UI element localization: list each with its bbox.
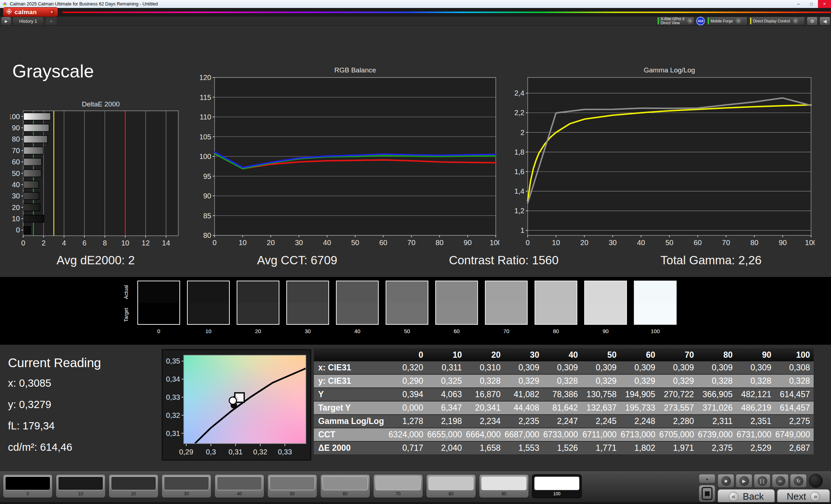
table-cell: 132,637 xyxy=(582,401,620,415)
reading-cdm2: cd/m²: 614,46 xyxy=(8,441,101,453)
svg-text:2,2: 2,2 xyxy=(514,109,524,117)
pattern-level-label: 0 xyxy=(5,491,50,496)
back-label: Back xyxy=(743,491,764,502)
svg-text:30: 30 xyxy=(12,192,20,200)
chevron-down-icon[interactable]: ▼ xyxy=(687,18,693,24)
meter-badge: 410 xyxy=(696,17,705,25)
brand-bar: calman ▼ xyxy=(0,8,831,17)
svg-text:0,33: 0,33 xyxy=(166,393,180,401)
table-cell: 6749,000 xyxy=(775,428,814,441)
svg-text:1,4: 1,4 xyxy=(514,187,524,195)
stop-button[interactable]: ■ xyxy=(718,474,734,488)
table-cell: 2,235 xyxy=(504,415,543,428)
status-led xyxy=(809,474,823,488)
display-control-selector[interactable]: Direct Display Control ▼ xyxy=(749,17,805,25)
grayscale-swatch-60: 60 xyxy=(435,281,478,334)
close-button[interactable]: × xyxy=(818,0,831,8)
swatch-level-label: 50 xyxy=(386,328,428,334)
svg-text:40: 40 xyxy=(12,181,20,189)
table-cell: 2,245 xyxy=(582,415,620,428)
pattern-tile-40[interactable]: 40 xyxy=(215,474,264,498)
table-cell: 0,329 xyxy=(582,374,620,388)
svg-text:10: 10 xyxy=(121,239,129,247)
table-column-header: 0 xyxy=(388,348,427,361)
calman-menu-button[interactable]: calman ▼ xyxy=(3,7,58,17)
pattern-tile-60[interactable]: 60 xyxy=(320,474,370,498)
actual-row-label: Actual xyxy=(122,281,130,303)
table-cell: 4,063 xyxy=(427,388,466,401)
row-label: Target Y xyxy=(314,401,388,415)
menu-caret-icon[interactable]: ▼ xyxy=(49,9,55,15)
table-cell: 1,526 xyxy=(543,441,582,455)
add-tab-button[interactable]: + xyxy=(46,17,57,25)
pattern-tile-80[interactable]: 80 xyxy=(426,474,476,498)
table-cell: 371,026 xyxy=(698,401,736,415)
pattern-tile-20[interactable]: 20 xyxy=(109,474,158,498)
source-selector[interactable]: Mobile Forge ▼ xyxy=(707,17,747,25)
table-row: Target Y0,0006,34720,34144,40881,642132,… xyxy=(314,401,814,415)
swatch-level-label: 0 xyxy=(137,328,180,334)
table-cell: 2,275 xyxy=(775,415,814,428)
svg-text:100: 100 xyxy=(200,152,211,160)
svg-text:8: 8 xyxy=(103,239,107,247)
collapse-panel-button[interactable]: ◀ xyxy=(819,17,830,25)
chevron-down-icon[interactable]: ▼ xyxy=(793,18,799,24)
pattern-level-label: 20 xyxy=(111,491,156,496)
cie-chart-panel: 0,310,320,330,340,350,290,30,310,320,33 xyxy=(162,349,311,461)
pattern-tile-90[interactable]: 90 xyxy=(479,474,529,498)
table-cell: 6687,000 xyxy=(504,428,543,441)
actual-swatch xyxy=(585,281,626,303)
pattern-tile-70[interactable]: 70 xyxy=(373,474,423,498)
next-button[interactable]: Next » xyxy=(777,489,830,504)
table-cell: 2,311 xyxy=(698,415,736,428)
svg-text:0: 0 xyxy=(16,226,20,234)
pattern-tile-0[interactable]: 0 xyxy=(3,474,53,498)
target-swatch xyxy=(585,303,626,324)
svg-text:Gamma Log/Log: Gamma Log/Log xyxy=(644,66,695,74)
table-cell: 0,320 xyxy=(388,361,427,374)
svg-text:90: 90 xyxy=(464,239,471,247)
table-row: x: CIE310,3200,3110,3100,3090,3090,3090,… xyxy=(314,361,814,374)
pattern-tile-30[interactable]: 30 xyxy=(162,474,211,498)
table-column-header: 20 xyxy=(466,348,504,361)
pattern-tile-50[interactable]: 50 xyxy=(267,474,317,498)
maximize-button[interactable]: □ xyxy=(805,0,818,8)
play-button[interactable]: ▶ xyxy=(736,474,752,488)
tab-scroll-button[interactable]: ▶ xyxy=(1,17,11,25)
pattern-level-label: 80 xyxy=(428,491,474,496)
meter-selector[interactable]: X-Rite i1Pro 3 Direct View ▼ xyxy=(657,17,694,25)
pattern-tile-100[interactable]: 100 xyxy=(532,474,582,498)
contrast-ratio-readout: Contrast Ratio: 1560 xyxy=(410,253,598,267)
pattern-swatch xyxy=(323,476,368,490)
table-row: CCT6324,0006655,0006664,0006687,0006733,… xyxy=(314,428,814,441)
cie-chromaticity-chart: 0,310,320,330,340,350,290,30,310,320,33 xyxy=(163,350,309,459)
grayscale-swatch-10: 10 xyxy=(187,281,230,334)
window-pattern-icon xyxy=(702,487,712,500)
pattern-up-button[interactable]: ▲ xyxy=(699,474,715,483)
pattern-tile-10[interactable]: 10 xyxy=(56,474,105,498)
pattern-window-button[interactable] xyxy=(699,485,715,502)
actual-swatch xyxy=(386,281,428,303)
target-swatch xyxy=(287,303,328,324)
continuous-measure-button[interactable]: ∞ xyxy=(772,474,789,488)
minimize-button[interactable]: – xyxy=(792,0,805,8)
table-cell: 81,642 xyxy=(543,401,582,415)
table-cell: 6,347 xyxy=(427,401,466,415)
table-cell: 6655,000 xyxy=(427,428,466,441)
svg-text:10: 10 xyxy=(238,239,246,247)
svg-text:0,32: 0,32 xyxy=(253,448,267,456)
gamma-loglog-chart: Gamma Log/Log11,21,41,61,822,22,40102030… xyxy=(514,65,815,249)
back-button[interactable]: « Back xyxy=(718,489,775,504)
chevron-down-icon[interactable]: ▼ xyxy=(736,18,741,24)
settings-gear-button[interactable]: ⚙ xyxy=(807,17,818,25)
tab-history-1[interactable]: History 1 xyxy=(12,17,44,25)
svg-text:60: 60 xyxy=(379,239,387,247)
target-swatch xyxy=(188,303,229,324)
row-label: ΔE 2000 xyxy=(314,441,388,455)
actual-swatch xyxy=(535,281,577,303)
single-measure-button[interactable]: [·] xyxy=(754,474,770,488)
loop-button[interactable]: ↻ xyxy=(790,474,807,488)
target-swatch xyxy=(535,303,577,324)
svg-text:100: 100 xyxy=(490,239,499,247)
svg-text:RGB Balance: RGB Balance xyxy=(334,66,376,74)
